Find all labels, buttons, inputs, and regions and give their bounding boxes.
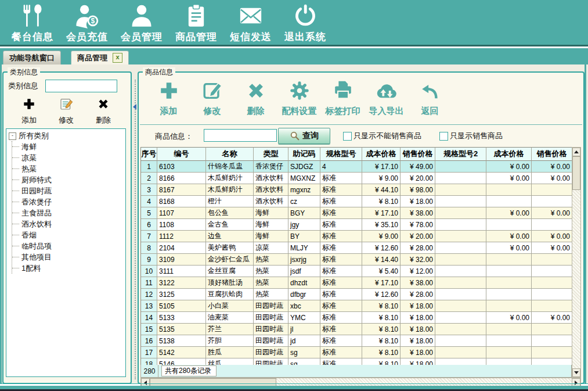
member-icon <box>129 3 154 28</box>
table-cell: 5142 <box>157 347 206 358</box>
table-row[interactable]: 71112边鱼海鲜BY标准¥ 9.00¥ 20.00¥ 0.00¥ 0.00 <box>141 231 572 242</box>
table-row[interactable]: 61108金古鱼海鲜jgy标准¥ 35.10¥ 78.00 <box>141 219 572 231</box>
query-button[interactable]: 查询 <box>278 128 330 144</box>
tree-root-all-categories[interactable]: - 所有类别 <box>9 131 125 141</box>
collapse-panel-arrow-icon[interactable] <box>133 104 136 110</box>
table-cell: 2104 <box>157 242 206 254</box>
table-cell <box>435 196 486 207</box>
table-row[interactable]: 51107包公鱼海鲜BGY标准¥ 17.10¥ 38.00¥ 0.00¥ 0.0… <box>141 207 572 219</box>
window-right-border <box>585 64 586 383</box>
tree-item-category[interactable]: 田园时蔬 <box>12 185 125 196</box>
category-button-edit-note[interactable]: 修改 <box>51 97 81 125</box>
panel-splitter[interactable] <box>133 71 137 382</box>
product-button-edit[interactable]: 修改 <box>190 77 234 123</box>
tree-item-category[interactable]: 凉菜 <box>12 152 125 163</box>
category-button-add[interactable]: 添加 <box>14 97 44 125</box>
column-header[interactable]: 编号 <box>157 147 206 161</box>
table-row[interactable]: 93109金沙虾仁金瓜热菜jsxrjg标准¥ 14.40¥ 32.00 <box>141 254 572 266</box>
table-cell: 标准 <box>320 324 362 335</box>
table-cell: 5146 <box>157 358 206 365</box>
tree-item-category[interactable]: 香烟 <box>12 229 125 241</box>
app-button-member-recharge[interactable]: $会员充值 <box>62 0 113 44</box>
table-row[interactable]: 175142胜瓜田园时蔬sg标准¥ 8.10¥ 18.00 <box>141 347 572 358</box>
table-cell <box>486 266 532 277</box>
scroll-down-button[interactable] <box>572 368 580 377</box>
tree-item-category[interactable]: 主食甜品 <box>12 207 125 218</box>
table-row[interactable]: 165138芥胆田园时蔬jd标准¥ 8.10¥ 18.00 <box>141 335 572 347</box>
table-cell: 13 <box>141 300 157 312</box>
product-button-return[interactable]: 返回 <box>408 77 452 123</box>
vertical-scrollbar[interactable] <box>572 147 581 378</box>
column-header[interactable]: 名称 <box>206 147 254 161</box>
category-button-delete[interactable]: 删除 <box>88 97 118 125</box>
table-row[interactable]: 48168橙汁酒水饮料cz标准¥ 8.10¥ 18.00 <box>141 196 572 207</box>
checkbox-unsellable[interactable] <box>343 132 352 141</box>
table-cell: ¥ 8.10 <box>362 196 401 207</box>
table-row[interactable]: 135105小白菜田园时蔬xbc标准¥ 8.10¥ 18.00 <box>141 300 572 312</box>
table-cell: 4 <box>141 196 157 207</box>
table-cell <box>486 300 532 312</box>
tab-function-navigation[interactable]: 功能导航窗口 <box>3 51 61 64</box>
utensils-icon <box>20 3 45 28</box>
tree-item-category[interactable]: 厨师特式 <box>12 174 125 185</box>
table-row[interactable]: 113122顶好猪肚汤热菜dhzdt标准¥ 17.10¥ 38.00 <box>141 277 572 289</box>
column-header[interactable]: 规格型号2 <box>435 147 486 161</box>
table-row[interactable]: 82104美炉酱鸭凉菜MLJY标准¥ 12.60¥ 28.00¥ 0.00¥ 0… <box>141 242 572 254</box>
table-cell: ¥ 17.10 <box>362 277 401 289</box>
app-button-envelope[interactable]: 短信发送 <box>225 0 276 44</box>
table-row[interactable]: 185146丝瓜田园时蔬sg标准¥ 8.10¥ 18.00 <box>141 358 572 365</box>
tab-product-management[interactable]: 商品管理 x <box>71 51 129 64</box>
column-header[interactable]: 成本价格 <box>486 147 532 161</box>
table-cell: 田园时蔬 <box>254 347 288 358</box>
table-cell: 标准 <box>320 277 362 289</box>
table-cell: ¥ 0.00 <box>486 312 532 324</box>
tree-item-category[interactable]: 热菜 <box>12 163 125 174</box>
product-button-printer[interactable]: 标签打印 <box>321 77 365 123</box>
tree-collapse-icon[interactable]: - <box>9 132 16 140</box>
table-row[interactable]: 155135芥兰田园时蔬jl标准¥ 8.10¥ 18.00 <box>141 324 572 335</box>
table-row[interactable]: 123125豆腐扒蛤肉热菜dfbgr标准¥ 12.60¥ 28.00 <box>141 289 572 300</box>
column-header[interactable]: 成本价格 <box>362 147 401 161</box>
scroll-up-button[interactable] <box>572 148 580 156</box>
tree-item-category[interactable]: 其他项目 <box>12 252 125 263</box>
table-cell: 16 <box>141 335 157 347</box>
product-button-gear[interactable]: 配料设置 <box>277 77 321 123</box>
app-button-utensils[interactable]: 餐台信息 <box>7 0 58 44</box>
vertical-scroll-thumb[interactable] <box>572 156 580 190</box>
tree-item-category[interactable]: 香浓煲仔 <box>12 196 125 207</box>
app-button-power[interactable]: 退出系统 <box>280 0 331 44</box>
table-row[interactable]: 16103什锦冬瓜盅香浓煲仔SJDGZ4¥ 17.10¥ 49.00¥ 0.00… <box>141 161 572 173</box>
column-header[interactable]: 规格型号 <box>320 147 362 161</box>
app-button-clipboard[interactable]: 商品管理 <box>171 0 222 44</box>
table-cell <box>532 324 572 335</box>
column-header[interactable]: 序号 <box>141 147 157 161</box>
table-row[interactable]: 28166木瓜鲜奶汁酒水饮料MGXNZ标准¥ 9.00¥ 20.00¥ 0.00… <box>141 173 572 184</box>
tab-label: 商品管理 <box>77 53 107 63</box>
tab-close-icon[interactable]: x <box>113 53 122 63</box>
toolbar-separator <box>140 124 582 125</box>
column-header[interactable]: 销售价格 <box>532 147 572 161</box>
table-cell <box>532 335 572 347</box>
tree-item-category[interactable]: 海鲜 <box>12 141 125 152</box>
tree-item-category[interactable]: 1配料 <box>12 263 125 274</box>
table-cell: 标准 <box>320 335 362 347</box>
checkbox-sellable-label: 只显示销售商品 <box>450 131 503 141</box>
table-cell: ¥ 5.40 <box>362 266 401 277</box>
product-search-input[interactable] <box>204 129 277 142</box>
column-header[interactable]: 类型 <box>254 147 288 161</box>
product-button-add[interactable]: 添加 <box>147 77 190 123</box>
column-header[interactable]: 助记码 <box>288 147 320 161</box>
power-icon <box>293 3 318 28</box>
tree-item-category[interactable]: 酒水饮料 <box>12 218 125 229</box>
table-row[interactable]: 145133油麦菜田园时蔬YMC标准¥ 8.10¥ 18.00¥ 0.00¥ 0… <box>141 312 572 324</box>
product-button-import-export[interactable]: 导入导出 <box>365 77 408 123</box>
table-row[interactable]: 103111金丝豆腐热菜jsdf标准¥ 5.40¥ 12.00 <box>141 266 572 277</box>
table-cell: 12 <box>141 289 157 300</box>
product-button-delete[interactable]: 删除 <box>234 77 277 123</box>
app-button-member[interactable]: 会员管理 <box>116 0 167 44</box>
category-input[interactable] <box>45 80 117 92</box>
table-row[interactable]: 38167木瓜鲜奶汁酒水饮料mgxnz标准¥ 44.10¥ 98.00 <box>141 184 572 196</box>
column-header[interactable]: 销售价格 <box>401 147 435 161</box>
tree-item-category[interactable]: 临时品项 <box>12 241 125 252</box>
checkbox-sellable[interactable] <box>439 132 448 141</box>
